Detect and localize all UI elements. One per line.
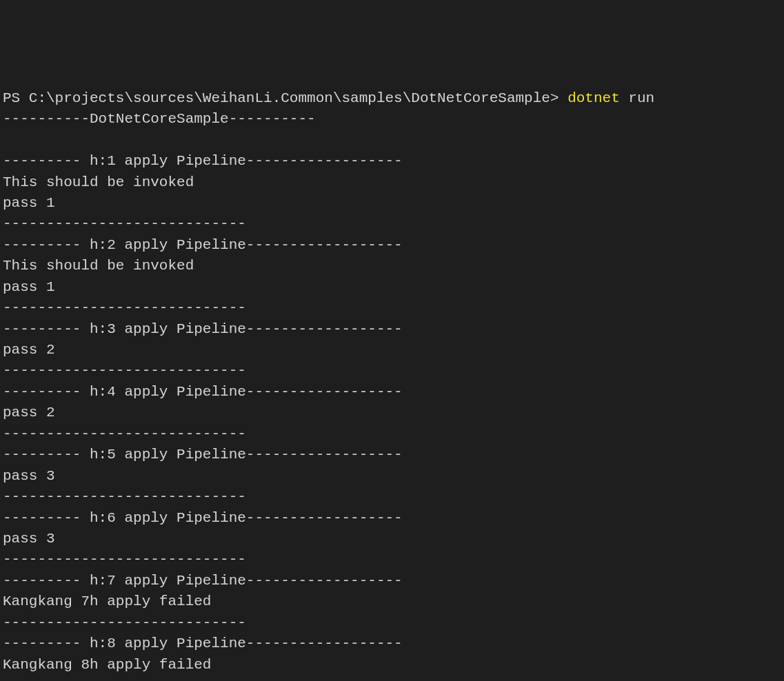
output-line: pass 3 [3, 531, 55, 547]
output-line: ---------------------------- [3, 300, 246, 316]
output-line: pass 1 [3, 195, 55, 211]
output-line: pass 2 [3, 405, 55, 420]
output-line: --------- h:8 apply Pipeline------------… [3, 636, 403, 651]
command-highlight: dotnet [567, 90, 620, 106]
output-line: --------- h:6 apply Pipeline------------… [3, 510, 403, 526]
output-line: --------- h:4 apply Pipeline------------… [3, 384, 403, 400]
output-line: --------- h:7 apply Pipeline------------… [3, 573, 403, 589]
output-line: ---------------------------- [3, 615, 246, 631]
output-line: This should be invoked [3, 174, 194, 190]
output-line: pass 3 [3, 468, 55, 484]
output-line: --------- h:3 apply Pipeline------------… [3, 321, 403, 337]
output-line: ---------------------------- [3, 216, 246, 232]
command-rest: run [620, 90, 654, 106]
output-line: ---------------------------- [3, 363, 246, 378]
output-line: --------- h:2 apply Pipeline------------… [3, 237, 403, 253]
output-line: pass 2 [3, 342, 55, 358]
output-line: --------- h:1 apply Pipeline------------… [3, 153, 403, 169]
output-line: ---------------------------- [3, 551, 246, 567]
output-line: pass 1 [3, 279, 55, 295]
terminal-window[interactable]: PS C:\projects\sources\WeihanLi.Common\s… [3, 88, 781, 681]
output-line: This should be invoked [3, 258, 194, 274]
output-line: ---------------------------- [3, 489, 246, 505]
output-line: ----------DotNetCoreSample---------- [3, 111, 316, 127]
output-line: Kangkang 7h apply failed [3, 593, 211, 609]
prompt-path: PS C:\projects\sources\WeihanLi.Common\s… [3, 90, 567, 106]
output-line: --------- h:5 apply Pipeline------------… [3, 447, 403, 463]
output-line: ---------------------------- [3, 678, 246, 681]
output-line: Kangkang 8h apply failed [3, 657, 211, 673]
output-line: ---------------------------- [3, 426, 246, 442]
